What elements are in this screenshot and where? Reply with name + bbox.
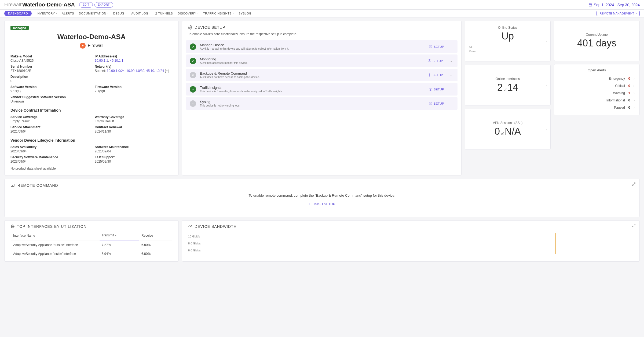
col-transmit[interactable]: Transmit▾ <box>100 232 139 240</box>
panel-title: REMOTE COMMAND <box>17 183 58 188</box>
tab-dashboard[interactable]: DASHBOARD <box>4 11 32 16</box>
tab-tunnels[interactable]: 2 TUNNELS <box>155 11 173 16</box>
network-link[interactable]: 10.90.1.0/24 <box>107 69 125 73</box>
tab-inventory[interactable]: INVENTORY› <box>36 11 57 16</box>
caret-down-icon: ▾ <box>115 234 116 237</box>
chevron-right-icon: › <box>197 12 198 15</box>
date-range-label: Sep 1, 2024 - Sep 30, 2024 <box>594 3 640 7</box>
svg-point-6 <box>430 103 431 104</box>
chevron-right-icon: › <box>107 12 108 15</box>
setup-link[interactable]: SETUP <box>428 59 443 63</box>
top-bar: Firewall: Waterloo-Demo-ASA EDIT EXPORT … <box>0 0 644 10</box>
panel-title: DEVICE BANDWIDTH <box>195 224 237 229</box>
tab-trafficinsights[interactable]: TRAFFICINSIGHTS› <box>203 11 234 16</box>
table-row[interactable]: AdaptiveSecurity Appliance 'inside' inte… <box>11 250 172 258</box>
tab-audit-log[interactable]: AUDIT LOG› <box>131 11 150 16</box>
chevron-right-icon: › <box>125 12 126 15</box>
device-bandwidth-card: DEVICE BANDWIDTH 10 Gbit/s 8.0 Gbit/s 6.… <box>182 220 640 262</box>
setup-link[interactable]: SETUP <box>429 102 444 105</box>
tab-discovery[interactable]: DISCOVERY› <box>178 11 198 16</box>
top-interfaces-card: TOP INTERFACES BY UTILIZATION Interface … <box>4 220 179 262</box>
edit-button[interactable]: EDIT <box>79 2 93 8</box>
gear-icon <box>188 25 192 30</box>
gauge-icon <box>188 224 192 229</box>
ip-link[interactable]: 45.10.1.1 <box>110 59 123 63</box>
chevron-right-icon: › <box>634 77 635 80</box>
svg-point-1 <box>190 27 191 28</box>
col-interface-name[interactable]: Interface Name <box>11 232 99 240</box>
network-link[interactable]: 45.10.1.0/24 <box>146 69 164 73</box>
online-status-card[interactable]: Online Status Up Up Down › <box>465 21 551 61</box>
no-datasheet-note: No product data sheet available <box>10 167 173 170</box>
online-interfaces-card[interactable]: Online Interfaces 2 of 14 › <box>465 65 551 105</box>
panel-title: TOP INTERFACES BY UTILIZATION <box>17 224 87 229</box>
status-badge: managed <box>10 26 29 30</box>
setup-link[interactable]: SETUP <box>429 45 444 48</box>
tab-syslog[interactable]: SYSLOG› <box>239 11 254 16</box>
setup-row: MonitoringAuvik has access to monitor th… <box>186 54 458 67</box>
network-link[interactable]: 10.90.1.0/30 <box>126 69 144 73</box>
expand-icon[interactable] <box>632 224 636 228</box>
calendar-icon <box>588 3 592 7</box>
panel-title: DEVICE SETUP <box>195 25 225 30</box>
chevron-right-icon: › <box>634 91 635 95</box>
section-heading: Vendor Device Lifecycle Information <box>10 138 173 142</box>
globe-icon <box>10 224 15 229</box>
setup-row: TrafficInsightsThis device is forwarding… <box>186 83 458 96</box>
svg-point-5 <box>430 89 431 90</box>
chevron-down-icon[interactable]: ⌄ <box>450 59 453 63</box>
tab-alerts[interactable]: ALERTS <box>62 11 74 16</box>
remote-command-card: REMOTE COMMAND To enable remote command,… <box>4 179 640 217</box>
finish-setup-link[interactable]: + FINISH SETUP <box>10 202 634 206</box>
remote-command-message: To enable remote command, complete the "… <box>10 188 634 199</box>
open-alerts-card: Open Alerts Emergency0›Critical0›Warning… <box>554 64 640 115</box>
setup-link[interactable]: SETUP <box>429 87 444 91</box>
expand-icon[interactable] <box>632 182 636 187</box>
export-button[interactable]: EXPORT <box>94 2 113 8</box>
chevron-down-icon[interactable]: ⌄ <box>450 73 453 77</box>
expand-networks[interactable]: [+] <box>164 69 169 73</box>
chevron-right-icon: › <box>149 12 151 15</box>
breadcrumb-prefix: Firewall: <box>4 2 22 8</box>
col-receive[interactable]: Receive <box>139 232 172 240</box>
setup-row: SyslogThis device is not forwarding logs… <box>186 97 458 110</box>
svg-rect-0 <box>589 3 592 6</box>
device-info-card: managed Waterloo-Demo-ASA Firewall Make … <box>4 21 179 175</box>
alert-row[interactable]: Informational0› <box>559 97 635 104</box>
svg-point-2 <box>430 46 431 47</box>
alert-row[interactable]: Paused0› <box>559 104 635 111</box>
section-heading: Device Contract Information <box>10 108 173 112</box>
bandwidth-marker <box>555 233 556 254</box>
remote-management-button[interactable]: REMOTE MANAGEMENT› <box>597 11 640 16</box>
page-title: Waterloo-Demo-ASA <box>22 2 75 8</box>
tab-bar: DASHBOARD INVENTORY› ALERTS DOCUMENTATIO… <box>0 10 644 17</box>
setup-row: Backups & Remote CommandAuvik does not h… <box>186 69 458 81</box>
ip-link[interactable]: 10.90.1.1 <box>95 59 108 63</box>
check-icon <box>190 43 196 50</box>
chevron-right-icon: › <box>546 39 547 43</box>
chevron-right-icon: › <box>634 98 635 102</box>
date-range-picker[interactable]: Sep 1, 2024 - Sep 30, 2024 <box>588 3 640 7</box>
setup-description: To enable Auvik's core functionality, en… <box>182 31 461 40</box>
terminal-icon <box>10 183 15 188</box>
alert-row[interactable]: Warning1› <box>559 89 635 97</box>
firewall-icon <box>80 43 86 49</box>
svg-point-3 <box>429 60 430 61</box>
device-setup-card: DEVICE SETUP To enable Auvik's core func… <box>182 21 462 175</box>
chevron-right-icon: › <box>253 12 254 15</box>
table-row[interactable]: AdaptiveSecurity Appliance 'outside' int… <box>11 241 172 249</box>
tab-documentation[interactable]: DOCUMENTATION› <box>79 11 108 16</box>
chevron-right-icon: › <box>233 12 234 15</box>
tab-debug[interactable]: DEBUG› <box>113 11 126 16</box>
online-status-chart: Up Down <box>469 46 546 53</box>
alert-row[interactable]: Critical0› <box>559 82 635 89</box>
chevron-right-icon: › <box>546 127 547 131</box>
chevron-right-icon: › <box>546 83 547 87</box>
alert-row[interactable]: Emergency0› <box>559 75 635 82</box>
vpn-sessions-card[interactable]: VPN Sessions (SSL) 0 of N/A › <box>465 109 551 149</box>
setup-link[interactable]: SETUP <box>428 73 443 77</box>
chevron-right-icon: › <box>634 84 635 88</box>
svg-rect-7 <box>11 184 14 186</box>
svg-point-4 <box>429 75 430 75</box>
check-icon <box>190 86 196 93</box>
